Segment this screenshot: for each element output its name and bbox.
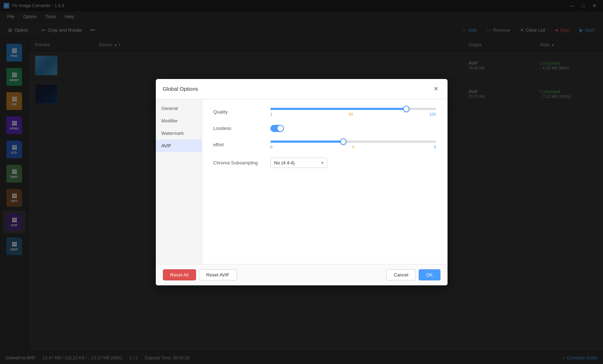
quality-max-label: 100 xyxy=(429,112,436,116)
nav-avif[interactable]: AVIF xyxy=(156,139,202,152)
effort-label: effort xyxy=(213,142,270,147)
ok-button[interactable]: OK xyxy=(419,269,440,280)
effort-row: effort 0 4 9 xyxy=(213,141,436,149)
lossless-row: Lossless xyxy=(213,125,436,132)
chroma-control: No (4:4:4) Yes (4:2:0) 4:2:2 xyxy=(270,158,436,168)
modal-main-content: Quality 1 50 100 xyxy=(202,99,448,264)
quality-label: Quality xyxy=(213,109,270,115)
modal-footer: Reset All Reset AVIF Cancel OK xyxy=(156,264,448,285)
effort-slider-labels: 0 4 9 xyxy=(270,145,436,149)
lossless-toggle[interactable] xyxy=(270,125,284,132)
quality-slider-track[interactable] xyxy=(270,108,436,110)
quality-slider-labels: 1 50 100 xyxy=(270,112,436,116)
quality-slider-container: 1 50 100 xyxy=(270,108,436,116)
effort-max-label: 9 xyxy=(434,145,436,149)
effort-control: 0 4 9 xyxy=(270,141,436,149)
quality-min-label: 1 xyxy=(270,112,273,116)
nav-watermark[interactable]: Watermark xyxy=(156,127,202,139)
cancel-button[interactable]: Cancel xyxy=(386,269,416,280)
modal-nav: General Modifier Watermark AVIF xyxy=(156,99,202,264)
effort-slider-track[interactable] xyxy=(270,141,436,143)
modal-footer-left: Reset All Reset AVIF xyxy=(163,269,237,280)
modal-title: Global Options xyxy=(163,86,198,92)
modal-body: General Modifier Watermark AVIF Quality xyxy=(156,99,448,264)
modal-header: Global Options ✕ xyxy=(156,79,448,99)
chroma-select-wrapper: No (4:4:4) Yes (4:2:0) 4:2:2 xyxy=(270,158,327,168)
effort-slider-fill xyxy=(270,141,343,143)
nav-modifier[interactable]: Modifier xyxy=(156,115,202,127)
effort-mid-label: 4 xyxy=(352,145,354,149)
effort-slider-container: 0 4 9 xyxy=(270,141,436,149)
effort-slider-thumb[interactable] xyxy=(340,138,347,145)
quality-row: Quality 1 50 100 xyxy=(213,108,436,116)
modal-close-button[interactable]: ✕ xyxy=(432,85,440,93)
chroma-row: Chroma Subsampling No (4:4:4) Yes (4:2:0… xyxy=(213,158,436,168)
lossless-label: Lossless xyxy=(213,126,270,131)
chroma-select[interactable]: No (4:4:4) Yes (4:2:0) 4:2:2 xyxy=(270,158,327,168)
global-options-modal: Global Options ✕ General Modifier Waterm… xyxy=(156,79,448,285)
modal-footer-right: Cancel OK xyxy=(386,269,440,280)
quality-slider-fill xyxy=(270,108,406,110)
reset-all-button[interactable]: Reset All xyxy=(163,269,196,280)
toggle-thumb xyxy=(277,126,283,131)
lossless-control xyxy=(270,125,436,132)
quality-mid-label: 50 xyxy=(349,112,353,116)
nav-general[interactable]: General xyxy=(156,102,202,115)
quality-control: 1 50 100 xyxy=(270,108,436,116)
quality-slider-thumb[interactable] xyxy=(403,106,409,112)
chroma-label: Chroma Subsampling xyxy=(213,160,270,165)
effort-min-label: 0 xyxy=(270,145,273,149)
modal-overlay: Global Options ✕ General Modifier Waterm… xyxy=(0,0,603,364)
reset-avif-button[interactable]: Reset AVIF xyxy=(199,269,237,280)
